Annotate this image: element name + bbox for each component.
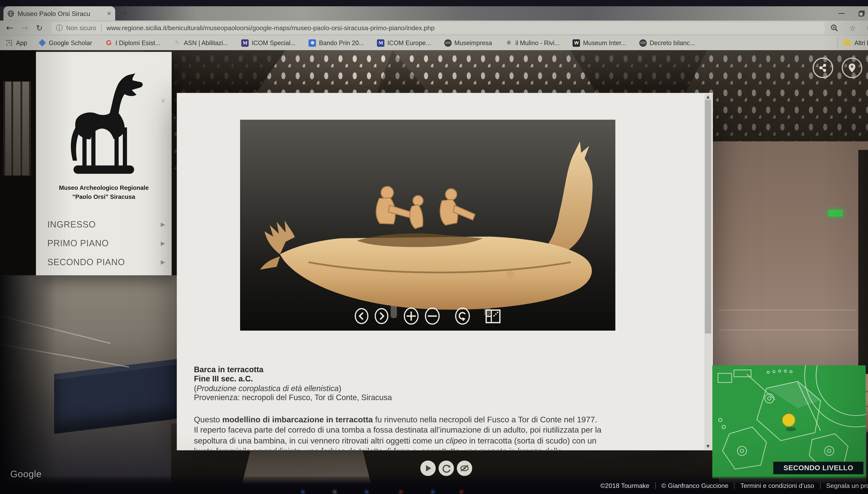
taskbar-icon bbox=[333, 490, 336, 494]
modal-scrollbar[interactable]: ▲ ▼ bbox=[704, 94, 712, 449]
museum-title-line2: "Paolo Orsi" Siracusa bbox=[36, 192, 172, 202]
photographed-monitor: ✕ Museo Archeologico Regionale "Paolo Or… bbox=[0, 0, 868, 494]
minimize-icon bbox=[838, 13, 844, 14]
bookmark-label: Google Scholar bbox=[49, 39, 92, 46]
autoplay-button[interactable] bbox=[420, 460, 436, 476]
taskbar-icon bbox=[460, 490, 463, 494]
apps-label[interactable]: App bbox=[16, 39, 27, 46]
artifact-info-modal: Barca in terracotta Fine III sec. a.C. (… bbox=[177, 93, 713, 450]
paragraph-2-clipped-line: busto femminile sovraddipinto, una forbi… bbox=[194, 445, 696, 450]
bookmark-item[interactable]: Decreto bilanc... bbox=[639, 39, 695, 46]
image-viewer-controls bbox=[354, 307, 501, 325]
letter-w-icon bbox=[573, 39, 580, 46]
p1-suffix: fu rinvenuto nella necropoli del Fusco a… bbox=[373, 415, 597, 424]
map-zoom-in-button[interactable]: + bbox=[866, 437, 868, 453]
info-icon[interactable]: ⓘ bbox=[56, 23, 63, 33]
zoom-page-button[interactable] bbox=[827, 20, 842, 35]
floorplan-drawing bbox=[712, 365, 866, 478]
reload-button[interactable]: ↻ bbox=[32, 20, 47, 35]
report-problem-link[interactable]: Segnala un problema bbox=[820, 482, 868, 489]
bookmark-label: Decreto bilanc... bbox=[650, 39, 695, 46]
bookmark-item[interactable]: ICOM Europe... bbox=[377, 39, 431, 46]
bookmark-item[interactable]: il Mulino - Rivi... bbox=[505, 39, 560, 46]
bookmark-label: Museimpresa bbox=[454, 39, 492, 46]
bookmark-star-icon[interactable]: ☆ bbox=[845, 20, 860, 35]
forward-button[interactable]: → bbox=[17, 20, 32, 35]
url-text[interactable]: www.regione.sicilia.it/beniculturali/mus… bbox=[106, 24, 435, 31]
taskbar-icon bbox=[431, 490, 435, 494]
reset-view-icon[interactable] bbox=[454, 307, 471, 325]
bookmarks-divider bbox=[837, 38, 838, 48]
floor-menu: INGRESSO ▶ PRIMO PIANO ▶ SECONDO PIANO ▶ bbox=[36, 215, 172, 271]
artifact-image bbox=[240, 120, 615, 330]
scholar-diamond-icon bbox=[39, 39, 46, 46]
terracotta-boat-image bbox=[240, 120, 615, 330]
dark-doorway bbox=[858, 150, 868, 375]
next-icon[interactable] bbox=[374, 307, 389, 325]
refresh-button[interactable] bbox=[439, 460, 454, 476]
zoom-in-icon[interactable] bbox=[403, 307, 420, 325]
share-button[interactable] bbox=[813, 58, 833, 78]
back-button[interactable]: ← bbox=[2, 20, 17, 35]
sidebar-close-icon[interactable]: ✕ bbox=[160, 97, 166, 104]
profile-avatar[interactable] bbox=[865, 20, 868, 35]
other-favorites-label: Altri Preferiti bbox=[854, 39, 868, 46]
tab-title: Museo Paolo Orsi Siracu bbox=[18, 10, 105, 17]
hide-eye-icon bbox=[460, 463, 469, 473]
bookmark-item[interactable]: Museum Inter... bbox=[573, 39, 626, 46]
zoom-out-icon[interactable] bbox=[424, 307, 440, 325]
menu-item-primo-piano[interactable]: PRIMO PIANO ▶ bbox=[36, 234, 172, 252]
tab-close-icon[interactable]: × bbox=[107, 10, 111, 17]
bookmark-label: I Diplomi Esist... bbox=[115, 39, 161, 46]
p2-prefix: sepoltura di una bambina, in cui vennero… bbox=[194, 436, 446, 445]
bookmark-item[interactable]: Museimpresa bbox=[444, 39, 492, 46]
browser-tab[interactable]: Museo Paolo Orsi Siracu × bbox=[3, 6, 115, 20]
previous-icon[interactable] bbox=[354, 307, 369, 325]
letter-m-blue-icon bbox=[377, 39, 385, 46]
bookmark-label: ASN | Abilitazi... bbox=[184, 39, 228, 46]
location-pin-icon bbox=[846, 62, 858, 74]
restore-button[interactable] bbox=[852, 6, 868, 20]
chevron-right-icon: ▶ bbox=[161, 240, 165, 246]
avatar-icon bbox=[867, 23, 868, 33]
scrollbar-thumb[interactable] bbox=[705, 100, 711, 334]
scroll-up-icon[interactable]: ▲ bbox=[704, 95, 712, 99]
menu-item-secondo-piano[interactable]: SECONDO PIANO ▶ bbox=[36, 252, 172, 271]
bookmark-item[interactable]: I Diplomi Esist... bbox=[105, 39, 161, 46]
taskbar-icon bbox=[365, 490, 368, 494]
new-tab-button[interactable]: + bbox=[117, 8, 132, 19]
security-label: Non sicuro bbox=[66, 24, 96, 31]
credit-author: © Gianfranco Guccione bbox=[655, 482, 734, 489]
level-label: SECONDO LIVELLO bbox=[773, 462, 864, 474]
hide-interface-button[interactable] bbox=[457, 460, 472, 476]
fullscreen-icon[interactable] bbox=[484, 308, 502, 324]
google-watermark: Google bbox=[10, 469, 42, 479]
bookmark-item[interactable]: Google Scholar bbox=[39, 39, 92, 46]
bookmark-item[interactable]: Bando Prin 20... bbox=[309, 39, 364, 46]
artifact-production: (Produzione coroplastica di età ellenist… bbox=[194, 384, 696, 393]
other-favorites[interactable]: Altri Preferiti bbox=[837, 38, 868, 48]
menu-item-ingresso[interactable]: INGRESSO ▶ bbox=[36, 215, 172, 233]
bookmark-item[interactable]: ICOM Special... bbox=[241, 39, 296, 46]
bookmark-label: ICOM Special... bbox=[252, 39, 296, 46]
minimize-button[interactable] bbox=[832, 6, 851, 20]
folder-icon bbox=[844, 40, 851, 46]
location-button[interactable] bbox=[842, 58, 862, 78]
globe-icon bbox=[7, 10, 14, 17]
address-bar[interactable]: ⓘ Non sicuro www.regione.sicilia.it/beni… bbox=[51, 22, 825, 34]
paren: ( bbox=[194, 384, 197, 393]
paragraph-2-line1: Il reperto faceva parte del corredo di u… bbox=[194, 425, 696, 435]
scroll-down-icon[interactable]: ▼ bbox=[704, 444, 712, 449]
tour-sidebar: ✕ Museo Archeologico Regionale "Paolo Or… bbox=[36, 52, 172, 276]
bookmark-item[interactable]: ASN | Abilitazi... bbox=[173, 39, 228, 46]
menu-label: PRIMO PIANO bbox=[48, 238, 109, 248]
museum-title: Museo Archeologico Regionale "Paolo Orsi… bbox=[36, 183, 172, 202]
restore-icon bbox=[858, 10, 865, 17]
terms-link[interactable]: Termini e condizioni d’uso bbox=[734, 482, 820, 489]
paragraph-1: Questo modellino di imbarcazione in terr… bbox=[194, 415, 696, 425]
corridor-shadow bbox=[0, 276, 177, 494]
floorplan-minimap[interactable]: SECONDO LIVELLO bbox=[712, 365, 866, 478]
taskbar-icon bbox=[399, 490, 403, 494]
apps-grid-icon[interactable] bbox=[6, 39, 13, 46]
p2-suffix: in terracotta (sorta di scudo) con un bbox=[467, 436, 596, 445]
